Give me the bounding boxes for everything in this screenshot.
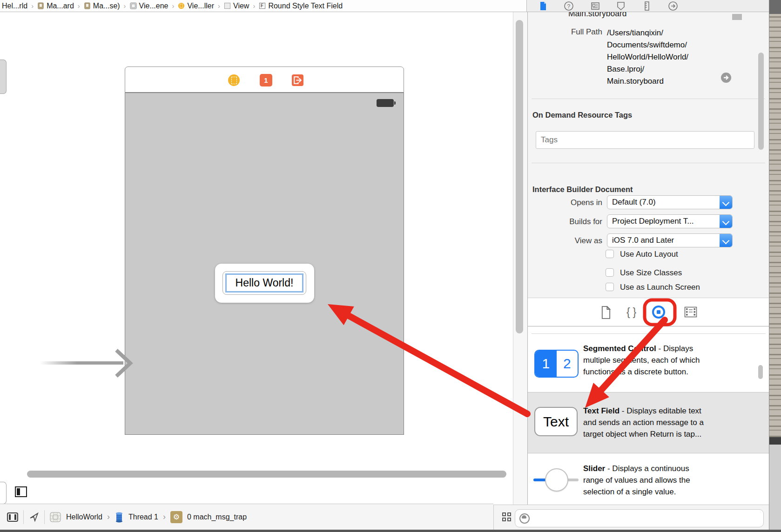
tags-input[interactable] [536, 131, 754, 149]
window-bottom-edge [0, 530, 781, 532]
builds-for-dropdown[interactable]: Project Deployment T... [607, 214, 733, 228]
dock-panel-icon[interactable] [7, 512, 19, 523]
breadcrumb-view[interactable]: View [224, 2, 249, 10]
use-as-launch-screen-label: Use as Launch Screen [620, 283, 700, 292]
connections-inspector-icon[interactable] [668, 1, 678, 11]
object-library-icon[interactable] [651, 304, 667, 320]
code-snippet-library-icon[interactable]: { } [626, 306, 637, 319]
svg-text:F: F [261, 3, 263, 8]
chevron-down-icon [720, 196, 732, 209]
breadcrumb-separator: › [124, 2, 126, 10]
media-library-icon[interactable] [684, 306, 697, 318]
debug-process-name[interactable]: HelloWorld [66, 513, 102, 521]
section-divider [532, 163, 765, 163]
library-search-field[interactable] [515, 509, 764, 527]
entry-point-arrow-head [107, 344, 135, 386]
list-divider [532, 333, 766, 334]
divider [44, 510, 45, 524]
navigator-collapsed-tab[interactable] [0, 60, 7, 94]
storyboard-canvas[interactable]: 1 Hello World! [0, 12, 513, 504]
library-filter-bar [493, 505, 769, 530]
breadcrumb-view-controller[interactable]: Vie...ller [178, 2, 214, 10]
view-controller-icon[interactable] [228, 74, 240, 86]
file-template-library-icon[interactable] [600, 306, 612, 319]
filter-icon [519, 513, 530, 524]
text-field-icon: Text [534, 407, 578, 436]
breadcrumb-label: Round Style Text Field [268, 2, 343, 10]
breadcrumb-label: View [233, 2, 249, 10]
breadcrumb-label: Hel...rld [2, 2, 27, 10]
use-size-classes-checkbox[interactable] [606, 268, 614, 277]
battery-icon [377, 99, 394, 107]
breadcrumb-storyboard-base[interactable]: Ma...se) [84, 2, 120, 10]
full-path-value: /Users/tianqixin/ Documents/swiftdemo/ H… [607, 27, 688, 87]
segmented-control-icon: 12 [534, 350, 579, 378]
breadcrumb-separator: › [78, 2, 80, 10]
breadcrumb-label: Ma...se) [93, 2, 120, 10]
debug-thread-name[interactable]: Thread 1 [128, 513, 158, 521]
storyboard-file-icon [37, 2, 44, 9]
document-outline-toggle-icon[interactable] [15, 486, 27, 497]
view-as-label: View as [528, 236, 602, 246]
inspector-scrollbar-top[interactable] [732, 14, 742, 20]
breadcrumb-text-field[interactable]: F Round Style Text Field [259, 2, 343, 10]
reveal-path-arrow-button[interactable] [721, 73, 731, 83]
breadcrumb-scene[interactable]: Vie...ene [130, 2, 168, 10]
vertical-scrollbar[interactable] [516, 20, 523, 333]
divider [23, 510, 24, 524]
drag-ghost-card[interactable]: Hello World! [215, 264, 314, 303]
background-divider [769, 437, 781, 445]
stack-frame-gear-icon: ⚙ [170, 511, 182, 523]
use-auto-layout-checkbox[interactable] [606, 250, 614, 258]
view-as-dropdown[interactable]: iOS 7.0 and Later [607, 233, 733, 247]
background-window-strip [769, 0, 781, 532]
background-titlebar [769, 0, 781, 14]
use-as-launch-screen-checkbox[interactable] [606, 283, 614, 291]
opens-in-dropdown[interactable]: Default (7.0) [607, 195, 733, 209]
use-size-classes-label: Use Size Classes [620, 268, 682, 278]
attributes-inspector-icon[interactable] [616, 1, 626, 11]
view-controller-icon-inner [231, 77, 237, 84]
size-inspector-icon[interactable] [642, 1, 652, 11]
text-field-value[interactable]: Hello World! [236, 277, 294, 289]
breadcrumb-label: Vie...ller [187, 2, 214, 10]
outline-collapsed-tab[interactable] [0, 482, 7, 504]
breadcrumb-storyboard[interactable]: Ma...ard [37, 2, 74, 10]
library-scrollbar[interactable] [758, 365, 763, 379]
exit-icon[interactable] [292, 74, 303, 86]
breadcrumb-project[interactable]: Hel...rld [2, 2, 27, 10]
scene-icon [130, 2, 137, 9]
builds-for-label: Builds for [528, 217, 602, 226]
quick-help-icon[interactable]: ? [564, 1, 574, 11]
inspector-tab-bar: ? [526, 0, 769, 12]
thread-icon [114, 512, 124, 523]
text-field-selection-ring[interactable]: Hello World! [225, 273, 303, 293]
horizontal-scrollbar[interactable] [27, 471, 506, 478]
opens-in-label: Opens in [528, 198, 602, 207]
identity-inspector-icon[interactable] [590, 1, 600, 11]
app-blueprint-icon [49, 512, 61, 523]
breadcrumb-separator: › [163, 512, 166, 522]
section-divider [532, 99, 765, 99]
breadcrumb-separator: › [253, 2, 255, 10]
library-tab-bar: { } [528, 298, 769, 326]
background-footer [769, 445, 781, 532]
breadcrumb-separator: › [107, 512, 110, 522]
text-field-description[interactable]: Text Field - Displays editable text and … [583, 405, 765, 440]
breadcrumb-separator: › [31, 2, 34, 10]
debug-bar: HelloWorld › Thread 1 › ⚙ 0 mach_msg_tra… [0, 504, 493, 530]
breadcrumb-label: Vie...ene [139, 2, 168, 10]
debug-frame-name[interactable]: 0 mach_msg_trap [187, 513, 247, 521]
editor-scroll-gutter [513, 12, 527, 505]
chevron-down-icon [720, 234, 732, 247]
location-icon[interactable] [28, 512, 40, 523]
inspector-scrollbar[interactable] [758, 53, 764, 150]
full-path-label: Full Path [528, 27, 602, 37]
drag-item-outline: Hello World! [222, 271, 306, 295]
first-responder-icon[interactable]: 1 [260, 74, 272, 86]
slider-description[interactable]: Slider - Displays a continuous range of … [583, 463, 765, 498]
svg-text:?: ? [567, 3, 571, 10]
segmented-control-description[interactable]: Segmented Control - Displays multiple se… [583, 343, 765, 378]
file-inspector-icon[interactable] [538, 1, 548, 11]
grid-view-icon[interactable] [502, 512, 512, 523]
